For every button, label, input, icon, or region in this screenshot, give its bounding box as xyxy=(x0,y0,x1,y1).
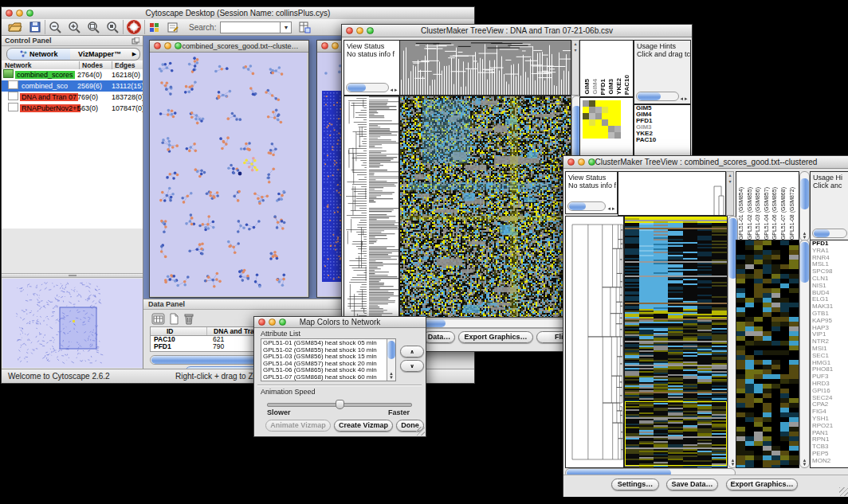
close-icon[interactable] xyxy=(346,27,353,34)
tv1-col-label[interactable]: YKE2 xyxy=(615,78,622,95)
tv1-zoom-heatmap[interactable] xyxy=(583,100,621,139)
tab-overflow-button[interactable]: ▶ xyxy=(129,48,140,61)
delete-attribute-icon[interactable] xyxy=(183,312,194,325)
close-icon[interactable] xyxy=(321,42,328,49)
tv2-save-data-button[interactable]: Save Data… xyxy=(666,479,718,490)
network-window-1-titlebar[interactable]: combined_scores_good.txt--cluste… xyxy=(150,41,308,53)
resize-grip[interactable] xyxy=(839,487,848,496)
attribute-listbox[interactable]: GPL51-01 (GSM854) heat shock 05 minGPL51… xyxy=(261,338,396,381)
treeview1-titlebar[interactable]: ClusterMaker TreeView : DNA and Tran 07-… xyxy=(342,25,692,37)
zoom-fit-icon[interactable] xyxy=(106,21,120,33)
close-icon[interactable] xyxy=(567,158,575,166)
tv2-row-dendrogram[interactable] xyxy=(565,216,624,468)
tv1-col-label[interactable]: GIM3 xyxy=(607,79,614,95)
help-icon[interactable] xyxy=(127,20,141,34)
new-attribute-icon[interactable] xyxy=(168,313,180,325)
tv1-usage-hints-hscroll[interactable] xyxy=(636,92,679,101)
zoom-window-icon[interactable] xyxy=(279,318,286,326)
network-row[interactable]: DNA and Tran 07769(0)183728(0) xyxy=(2,92,143,103)
tv1-row-dendrogram[interactable] xyxy=(344,96,399,319)
zoom-window-icon[interactable] xyxy=(588,158,595,166)
tv1-col-label[interactable]: GIM4 xyxy=(591,79,599,95)
minimize-icon[interactable] xyxy=(16,10,23,17)
save-session-icon[interactable] xyxy=(29,21,41,33)
tv1-global-heatmap[interactable] xyxy=(399,96,571,318)
network-row[interactable]: combined_sco2569(6)13112(15) xyxy=(2,80,143,92)
tv1-view-status-scroll-arrows[interactable]: ◂ ▸ xyxy=(389,88,398,92)
tv2-view-status-scroll-arrows[interactable]: ◂ ▸ xyxy=(607,206,616,210)
resize-grip[interactable] xyxy=(416,427,425,436)
network-view-1-canvas[interactable] xyxy=(150,53,307,296)
map-dialog-titlebar[interactable]: Map Colors to Network xyxy=(254,317,426,328)
attribute-list-vscroll[interactable]: ▲▼ xyxy=(387,339,395,381)
tv2-zoom-heatmap[interactable] xyxy=(736,240,799,468)
zoom-window-icon[interactable] xyxy=(26,10,33,17)
tv1-save-data-button[interactable]: Data… xyxy=(423,331,455,343)
network-row[interactable]: combined_scores2764(0)16218(0) xyxy=(2,69,143,80)
float-panel-icon[interactable] xyxy=(132,37,139,45)
window-controls[interactable] xyxy=(6,10,33,17)
minimize-icon[interactable] xyxy=(332,42,339,49)
import-table-icon[interactable] xyxy=(298,21,311,33)
close-icon[interactable] xyxy=(258,318,265,326)
tv1-scroll-strip[interactable]: ▴▾ xyxy=(571,40,579,96)
attribute-up-button[interactable]: ∧ xyxy=(400,346,424,357)
search-input[interactable] xyxy=(220,21,281,33)
tv2-column-labels-vscroll[interactable]: ▲▼ xyxy=(799,171,810,241)
tab-vizmapper[interactable]: VizMapper™ xyxy=(70,48,130,61)
zoom-out-icon[interactable] xyxy=(49,21,62,33)
tv1-col-label[interactable]: PAC10 xyxy=(623,75,630,95)
tab-network[interactable]: Network xyxy=(6,48,72,61)
tv1-view-status-hscroll[interactable] xyxy=(346,83,389,92)
network-row[interactable]: RNAPuberNov2+!563(0)107847(0) xyxy=(2,103,143,114)
minimize-icon[interactable] xyxy=(269,318,276,326)
tv1-export-graphics-button[interactable]: Export Graphics… xyxy=(458,331,533,343)
tv2-col-label[interactable]: GPL51-04 (GSM857) xyxy=(764,187,769,240)
tv1-col-label[interactable]: PFD1 xyxy=(599,79,607,95)
tv1-col-label[interactable]: GIM5 xyxy=(583,79,591,95)
minimize-icon[interactable] xyxy=(164,42,171,49)
minimize-icon[interactable] xyxy=(578,158,585,166)
tv2-col-label[interactable]: GPL51-06 (GSM865) xyxy=(771,187,777,240)
birdseye-view[interactable] xyxy=(2,279,143,368)
control-panel-splitter[interactable] xyxy=(2,273,143,278)
tv2-gene-labels[interactable]: PFD1YRA1RNR4MSL1SPC98CLN1NIS1BUD4ELG1MAK… xyxy=(810,240,848,468)
close-icon[interactable] xyxy=(6,10,13,17)
animation-speed-slider[interactable] xyxy=(267,400,410,408)
close-icon[interactable] xyxy=(154,42,161,49)
tv2-view-status-hscroll[interactable] xyxy=(567,201,606,211)
slider-thumb[interactable] xyxy=(336,400,344,409)
treeview2-titlebar[interactable]: ClusterMaker TreeView : combined_scores_… xyxy=(563,156,848,169)
tv2-gene-label[interactable]: MON2 xyxy=(811,458,848,465)
tv2-col-label[interactable]: GPL51-02 (GSM855) xyxy=(747,187,752,240)
tv2-col-label[interactable]: GPL51-03 (GSM856) xyxy=(755,187,760,240)
tv2-zoom-vscroll[interactable]: ▲▼ xyxy=(799,240,810,468)
zoom-window-icon[interactable] xyxy=(175,42,182,49)
zoom-window-icon[interactable] xyxy=(367,27,374,34)
attribute-select-icon[interactable] xyxy=(151,313,165,325)
tv2-global-heatmap[interactable] xyxy=(624,216,728,468)
attribute-list-item[interactable]: GPL51-07 (GSM868) heat shock 60 min xyxy=(263,374,395,381)
create-vizmap-button[interactable]: Create Vizmap xyxy=(334,420,393,432)
search-dropdown[interactable]: ▼ xyxy=(281,21,292,33)
main-titlebar[interactable]: Cytoscape Desktop (Session Name: collins… xyxy=(2,7,474,20)
tv2-export-graphics-button[interactable]: Export Graphics… xyxy=(726,479,798,490)
tv2-usage-hints-hscroll[interactable] xyxy=(812,229,847,238)
animate-vizmap-button[interactable]: Animate Vizmap xyxy=(265,420,331,432)
tv2-col-label[interactable]: GPL51-08 (GSM872) xyxy=(789,187,795,240)
tv1-column-dendrogram[interactable] xyxy=(399,40,571,96)
tv2-col-label[interactable]: GPL51-07 (GSM868) xyxy=(780,187,786,240)
tv1-gene-label[interactable]: PAC10 xyxy=(634,137,690,143)
tv2-scroll-strip[interactable]: ▴▾ xyxy=(726,171,734,216)
tv2-settings-button[interactable]: Settings… xyxy=(611,479,659,490)
tv2-column-dendrogram[interactable] xyxy=(618,171,726,216)
open-session-icon[interactable] xyxy=(8,21,22,33)
tv2-col-label[interactable]: GPL51-01 (GSM854) xyxy=(738,187,744,240)
annotation-icon[interactable] xyxy=(167,21,179,33)
tv1-usage-scroll-arrows[interactable]: ◂ ▸ xyxy=(679,96,689,100)
vizmapper-icon[interactable] xyxy=(148,21,160,33)
zoom-in-icon[interactable] xyxy=(68,21,81,33)
attribute-down-button[interactable]: ∨ xyxy=(400,360,424,372)
tv1-column-labels[interactable]: GIM5GIM4PFD1GIM3YKE2PAC10 xyxy=(579,40,634,97)
zoom-selected-icon[interactable] xyxy=(87,21,100,33)
